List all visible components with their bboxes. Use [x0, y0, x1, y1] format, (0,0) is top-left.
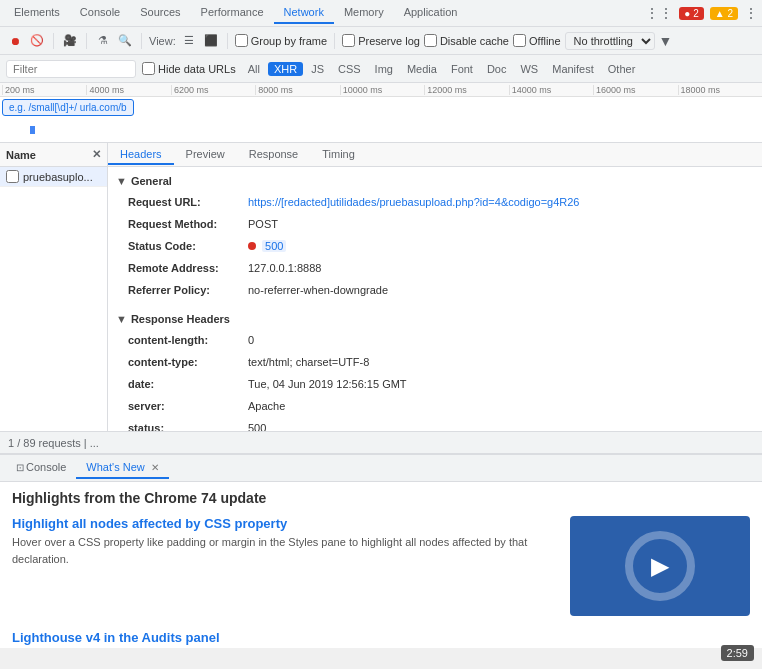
- clear-button[interactable]: 🚫: [28, 32, 46, 50]
- group-by-frame-checkbox[interactable]: [235, 34, 248, 47]
- record-button[interactable]: ⏺: [6, 32, 24, 50]
- content-type-label: content-type:: [128, 353, 248, 371]
- preserve-log-checkbox[interactable]: [342, 34, 355, 47]
- tab-performance[interactable]: Performance: [191, 2, 274, 24]
- request-url-label: Request URL:: [128, 193, 248, 211]
- filter-media[interactable]: Media: [401, 62, 443, 76]
- tab-network[interactable]: Network: [274, 2, 334, 24]
- bottom-content: Highlights from the Chrome 74 update Hig…: [0, 482, 762, 648]
- date-row: date: Tue, 04 Jun 2019 12:56:15 GMT: [116, 373, 754, 395]
- group-by-frame-check[interactable]: Group by frame: [235, 34, 327, 47]
- general-section-label: General: [131, 175, 172, 187]
- tick-18000: 18000 ms: [678, 85, 762, 95]
- throttle-arrow-icon[interactable]: ▼: [659, 33, 673, 49]
- whats-new-thumbnail: [570, 516, 750, 616]
- whats-new-item-0: Highlight all nodes affected by CSS prop…: [12, 516, 750, 616]
- detail-tabs: Headers Preview Response Timing: [108, 143, 762, 167]
- filter-css[interactable]: CSS: [332, 62, 367, 76]
- preserve-log-label: Preserve log: [358, 35, 420, 47]
- request-url-row: Request URL: https://[redacted]utilidade…: [116, 191, 754, 213]
- filter-input[interactable]: [6, 60, 136, 78]
- offline-checkbox[interactable]: [513, 34, 526, 47]
- date-label: date:: [128, 375, 248, 393]
- filter-font[interactable]: Font: [445, 62, 479, 76]
- disable-cache-label: Disable cache: [440, 35, 509, 47]
- whats-new-title: Highlights from the Chrome 74 update: [12, 490, 750, 506]
- waterfall-area: [0, 126, 762, 134]
- response-headers-arrow-icon: ▼: [116, 313, 127, 325]
- camera-button[interactable]: 🎥: [61, 32, 79, 50]
- throttle-select[interactable]: No throttling: [565, 32, 655, 50]
- whats-new-item-1-title[interactable]: Lighthouse v4 in the Audits panel: [12, 630, 750, 645]
- hide-data-urls-checkbox[interactable]: [142, 62, 155, 75]
- tab-memory[interactable]: Memory: [334, 2, 394, 24]
- remote-address-label: Remote Address:: [128, 259, 248, 277]
- whats-new-item-0-text: Highlight all nodes affected by CSS prop…: [12, 516, 558, 616]
- referrer-policy-row: Referrer Policy: no-referrer-when-downgr…: [116, 279, 754, 301]
- general-section: ▼ General Request URL: https://[redacted…: [108, 167, 762, 305]
- tick-16000: 16000 ms: [593, 85, 677, 95]
- general-section-header[interactable]: ▼ General: [116, 171, 754, 191]
- filter-all[interactable]: All: [242, 62, 266, 76]
- filter-ws[interactable]: WS: [514, 62, 544, 76]
- tick-12000: 12000 ms: [424, 85, 508, 95]
- tab-application[interactable]: Application: [394, 2, 468, 24]
- filter-types: All XHR JS CSS Img Media Font Doc WS Man…: [242, 62, 642, 76]
- tick-200: 200 ms: [2, 85, 86, 95]
- general-arrow-icon: ▼: [116, 175, 127, 187]
- content-type-value: text/html; charset=UTF-8: [248, 353, 369, 371]
- tab-console[interactable]: Console: [70, 2, 130, 24]
- tab-timing[interactable]: Timing: [310, 145, 367, 165]
- view-waterfall-button[interactable]: ⬛: [202, 32, 220, 50]
- thumb-circle: [625, 531, 695, 601]
- tab-preview[interactable]: Preview: [174, 145, 237, 165]
- tab-response[interactable]: Response: [237, 145, 311, 165]
- offline-check[interactable]: Offline: [513, 34, 561, 47]
- filter-manifest[interactable]: Manifest: [546, 62, 600, 76]
- whats-new-item-0-desc: Hover over a CSS property like padding o…: [12, 534, 558, 567]
- whats-new-close-button[interactable]: ✕: [151, 462, 159, 473]
- bottom-tab-whats-new[interactable]: What's New ✕: [76, 457, 168, 479]
- view-list-button[interactable]: ☰: [180, 32, 198, 50]
- settings-icon[interactable]: ⋮: [744, 5, 758, 21]
- tab-headers[interactable]: Headers: [108, 145, 174, 165]
- more-tabs-icon[interactable]: ⋮⋮: [645, 5, 673, 21]
- content-length-label: content-length:: [128, 331, 248, 349]
- response-headers-section-header[interactable]: ▼ Response Headers: [116, 309, 754, 329]
- bottom-tab-console[interactable]: ⊡ Console: [6, 457, 76, 479]
- error-badge: ● 2: [679, 7, 703, 20]
- disable-cache-check[interactable]: Disable cache: [424, 34, 509, 47]
- tick-6200: 6200 ms: [171, 85, 255, 95]
- tab-elements[interactable]: Elements: [4, 2, 70, 24]
- filter-doc[interactable]: Doc: [481, 62, 513, 76]
- name-row-0[interactable]: pruebasuplo...: [0, 167, 107, 187]
- name-row-label: pruebasuplo...: [23, 171, 93, 183]
- close-detail-button[interactable]: ✕: [92, 148, 101, 161]
- bottom-tabs: ⊡ Console What's New ✕: [0, 455, 762, 482]
- hide-data-urls-check[interactable]: Hide data URLs: [142, 62, 236, 75]
- network-toolbar: ⏺ 🚫 🎥 ⚗ 🔍 View: ☰ ⬛ Group by frame Prese…: [0, 27, 762, 55]
- date-value: Tue, 04 Jun 2019 12:56:15 GMT: [248, 375, 407, 393]
- request-method-row: Request Method: POST: [116, 213, 754, 235]
- name-header: Name ✕: [0, 143, 107, 167]
- filter-img[interactable]: Img: [369, 62, 399, 76]
- status-code-value: 500: [248, 237, 286, 255]
- disable-cache-checkbox[interactable]: [424, 34, 437, 47]
- waterfall-bar: [30, 126, 35, 134]
- whats-new-tab-label: What's New: [86, 461, 144, 473]
- name-row-checkbox[interactable]: [6, 170, 19, 183]
- network-table: Name ✕ pruebasuplo... Headers Preview Re…: [0, 143, 762, 431]
- tab-sources[interactable]: Sources: [130, 2, 190, 24]
- bottom-panel: ⊡ Console What's New ✕ Highlights from t…: [0, 453, 762, 648]
- search-button[interactable]: 🔍: [116, 32, 134, 50]
- timeline-bar-area: e.g. /small[\d]+/ urla.com/b: [0, 97, 762, 142]
- preserve-log-check[interactable]: Preserve log: [342, 34, 420, 47]
- filter-js[interactable]: JS: [305, 62, 330, 76]
- filter-xhr[interactable]: XHR: [268, 62, 303, 76]
- filter-button[interactable]: ⚗: [94, 32, 112, 50]
- filter-other[interactable]: Other: [602, 62, 642, 76]
- top-tabs-right: ⋮⋮ ● 2 ▲ 2 ⋮: [645, 5, 758, 21]
- view-label: View:: [149, 35, 176, 47]
- remote-address-row: Remote Address: 127.0.0.1:8888: [116, 257, 754, 279]
- whats-new-item-0-title[interactable]: Highlight all nodes affected by CSS prop…: [12, 516, 558, 531]
